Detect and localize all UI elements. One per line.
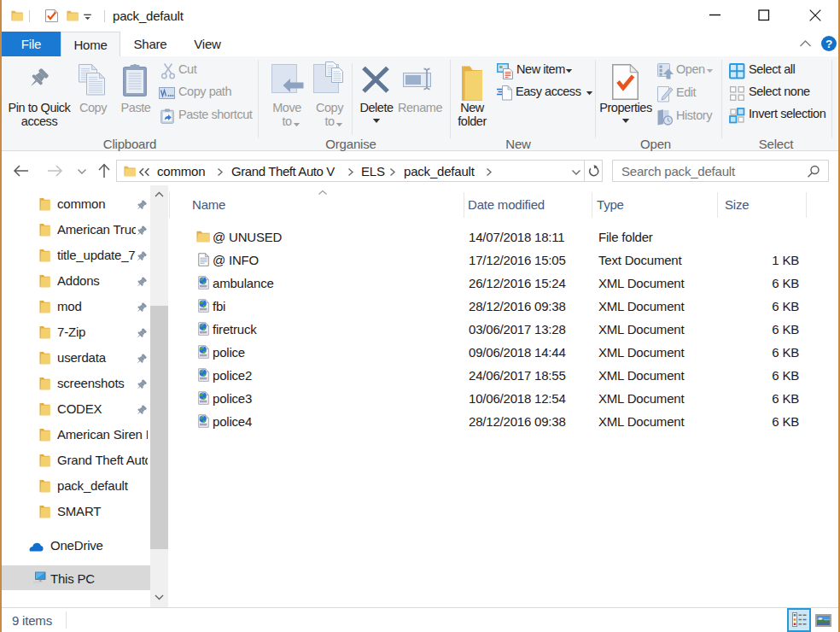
svg-text:?: ? [825,38,832,50]
